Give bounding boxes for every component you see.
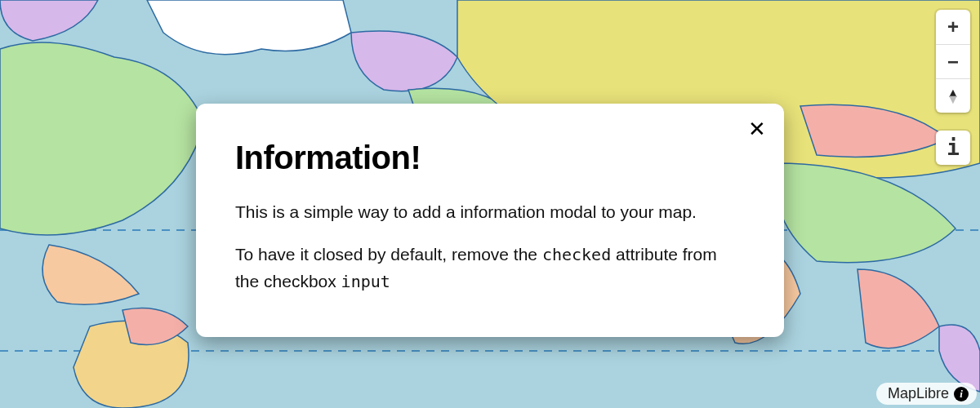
modal-close-button[interactable]: ✕ bbox=[748, 118, 766, 140]
attribution-info-icon: i bbox=[954, 387, 969, 401]
modal-code-checked: checked bbox=[542, 245, 611, 264]
modal-paragraph-2: To have it closed by default, remove the… bbox=[235, 242, 745, 295]
modal-paragraph-1: This is a simple way to add a informatio… bbox=[235, 199, 745, 226]
info-toggle-button[interactable]: i bbox=[936, 131, 970, 165]
attribution-pill[interactable]: MapLibre i bbox=[876, 383, 977, 405]
minus-icon: − bbox=[947, 51, 959, 73]
info-icon: i bbox=[947, 135, 960, 160]
compass-south-icon: ▼ bbox=[947, 96, 960, 103]
modal-p2-text-a: To have it closed by default, remove the bbox=[235, 245, 542, 264]
map-canvas[interactable]: + − ▲ ▼ i MapLibre i ✕ Information! This… bbox=[0, 0, 980, 408]
close-icon: ✕ bbox=[748, 117, 766, 141]
modal-title: Information! bbox=[235, 140, 745, 176]
plus-icon: + bbox=[947, 16, 959, 38]
reset-bearing-button[interactable]: ▲ ▼ bbox=[936, 78, 970, 113]
zoom-out-button[interactable]: − bbox=[936, 44, 970, 78]
info-control-group: i bbox=[936, 131, 970, 165]
zoom-in-button[interactable]: + bbox=[936, 10, 970, 44]
modal-code-input: input bbox=[341, 272, 390, 291]
attribution-label: MapLibre bbox=[888, 385, 949, 402]
info-modal: ✕ Information! This is a simple way to a… bbox=[196, 104, 784, 338]
nav-control-group: + − ▲ ▼ bbox=[936, 10, 970, 113]
